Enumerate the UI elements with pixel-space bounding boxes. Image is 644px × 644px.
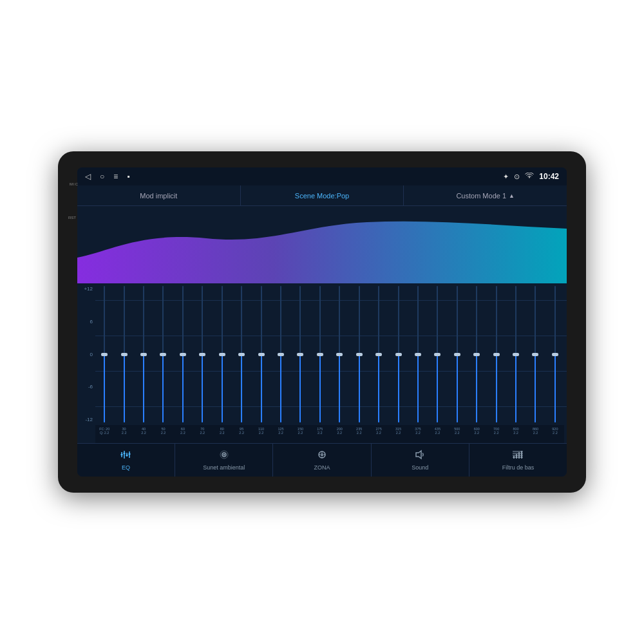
- q-value-7: 2.2: [239, 431, 244, 435]
- slider-col-22[interactable]: [526, 286, 544, 422]
- q-value-11: 2.2: [317, 431, 323, 435]
- slider-thumb-23[interactable]: [552, 353, 558, 356]
- q-value-9: 2.2: [278, 431, 283, 435]
- slider-track-5: [202, 286, 203, 422]
- freq-label-col-22: 8602.2: [526, 426, 544, 443]
- tab-eq-label: EQ: [122, 464, 130, 471]
- tab-bass-label: Filtru de bas: [502, 464, 535, 471]
- slider-thumb-13[interactable]: [356, 353, 363, 356]
- slider-col-3[interactable]: [154, 286, 172, 422]
- slider-thumb-21[interactable]: [513, 353, 519, 356]
- slider-thumb-2[interactable]: [140, 353, 147, 356]
- slider-col-1[interactable]: [115, 286, 133, 422]
- slider-col-18[interactable]: [448, 286, 466, 422]
- q-value-13: 2.2: [357, 431, 362, 435]
- slider-thumb-8[interactable]: [258, 353, 265, 356]
- slider-thumb-18[interactable]: [454, 353, 460, 356]
- slider-track-1: [124, 286, 125, 422]
- tab-zone[interactable]: ZONA: [273, 444, 371, 477]
- slider-thumb-16[interactable]: [415, 353, 421, 356]
- slider-col-23[interactable]: [546, 286, 564, 422]
- slider-col-16[interactable]: [409, 286, 427, 422]
- slider-col-9[interactable]: [272, 286, 290, 422]
- slider-col-4[interactable]: [174, 286, 192, 422]
- freq-label-col-4: 602.2: [174, 426, 192, 443]
- slider-col-8[interactable]: [252, 286, 270, 422]
- slider-track-11: [319, 286, 321, 422]
- slider-col-5[interactable]: [193, 286, 211, 422]
- recent-icon[interactable]: ▪: [127, 172, 129, 181]
- slider-thumb-19[interactable]: [473, 353, 480, 356]
- q-value-5: 2.2: [200, 431, 205, 435]
- slider-track-16: [417, 286, 419, 422]
- slider-thumb-1[interactable]: [121, 353, 128, 356]
- freq-label-col-13: 2352.2: [350, 426, 368, 443]
- slider-thumb-11[interactable]: [317, 353, 323, 356]
- slider-thumb-5[interactable]: [199, 353, 205, 356]
- slider-track-18: [457, 286, 458, 422]
- slider-thumb-0[interactable]: [101, 353, 108, 356]
- slider-thumb-9[interactable]: [278, 353, 284, 356]
- q-value-12: 2.2: [337, 431, 342, 435]
- slider-thumb-4[interactable]: [180, 353, 186, 356]
- slider-thumb-15[interactable]: [395, 353, 402, 356]
- slider-thumb-20[interactable]: [493, 353, 500, 356]
- sliders-grid: [95, 283, 564, 425]
- svg-rect-23: [516, 454, 517, 459]
- slider-col-13[interactable]: [350, 286, 368, 422]
- slider-thumb-22[interactable]: [532, 353, 538, 356]
- menu-icon[interactable]: ≡: [113, 172, 118, 181]
- slider-fill-5: [202, 354, 203, 422]
- slider-col-20[interactable]: [487, 286, 505, 422]
- slider-thumb-3[interactable]: [160, 353, 166, 356]
- slider-thumb-14[interactable]: [375, 353, 382, 356]
- slider-thumb-10[interactable]: [297, 353, 303, 356]
- freq-label-col-14: 2752.2: [370, 426, 388, 443]
- slider-col-10[interactable]: [291, 286, 309, 422]
- svg-rect-6: [126, 455, 128, 456]
- slider-fill-23: [554, 354, 556, 422]
- slider-track-21: [515, 286, 516, 422]
- mode-scene[interactable]: Scene Mode:Pop: [241, 185, 404, 205]
- slider-col-17[interactable]: [428, 286, 446, 422]
- slider-col-7[interactable]: [232, 286, 251, 422]
- slider-fill-0: [104, 354, 105, 422]
- mode-implicit[interactable]: Mod implicit: [77, 185, 241, 205]
- slider-col-2[interactable]: [135, 286, 153, 422]
- device-frame: MIC RST ◁ ○ ≡ ▪ ✦ ⊙: [58, 151, 586, 493]
- slider-col-21[interactable]: [507, 286, 525, 422]
- slider-fill-7: [241, 354, 242, 422]
- tab-bass[interactable]: Filtru de bas: [469, 444, 567, 477]
- slider-thumb-17[interactable]: [434, 353, 440, 356]
- mode-custom[interactable]: Custom Mode 1 ▲: [404, 185, 567, 205]
- slider-fill-4: [182, 354, 184, 422]
- svg-rect-4: [120, 454, 122, 455]
- slider-col-14[interactable]: [370, 286, 388, 422]
- q-value-1: 2.2: [122, 431, 127, 435]
- slider-col-12[interactable]: [330, 286, 348, 422]
- slider-track-2: [143, 286, 144, 422]
- freq-label-col-23: 9202.2: [546, 426, 564, 443]
- tab-sound[interactable]: Sound: [372, 444, 469, 477]
- slider-col-11[interactable]: [311, 286, 329, 422]
- freq-label-col-5: 702.2: [193, 426, 211, 443]
- arrow-up-icon: ▲: [509, 193, 515, 199]
- tab-eq[interactable]: EQ: [77, 444, 175, 477]
- tab-ambient[interactable]: Sunet ambiental: [175, 444, 273, 477]
- slider-thumb-7[interactable]: [238, 353, 245, 356]
- back-icon[interactable]: ◁: [85, 172, 91, 181]
- slider-col-19[interactable]: [468, 286, 486, 422]
- freq-label-col-21: 8002.2: [507, 426, 525, 443]
- freq-label-col-17: 4352.2: [428, 426, 446, 443]
- slider-thumb-6[interactable]: [219, 353, 225, 356]
- home-icon[interactable]: ○: [100, 172, 104, 181]
- q-value-22: 2.2: [533, 431, 538, 435]
- slider-fill-19: [476, 354, 477, 422]
- slider-thumb-12[interactable]: [336, 353, 343, 356]
- slider-col-0[interactable]: [95, 286, 113, 422]
- eq-icon: [120, 450, 133, 462]
- slider-col-15[interactable]: [389, 286, 407, 422]
- y-label-neg12: -12: [77, 417, 95, 422]
- slider-col-6[interactable]: [213, 286, 231, 422]
- slider-track-17: [437, 286, 438, 422]
